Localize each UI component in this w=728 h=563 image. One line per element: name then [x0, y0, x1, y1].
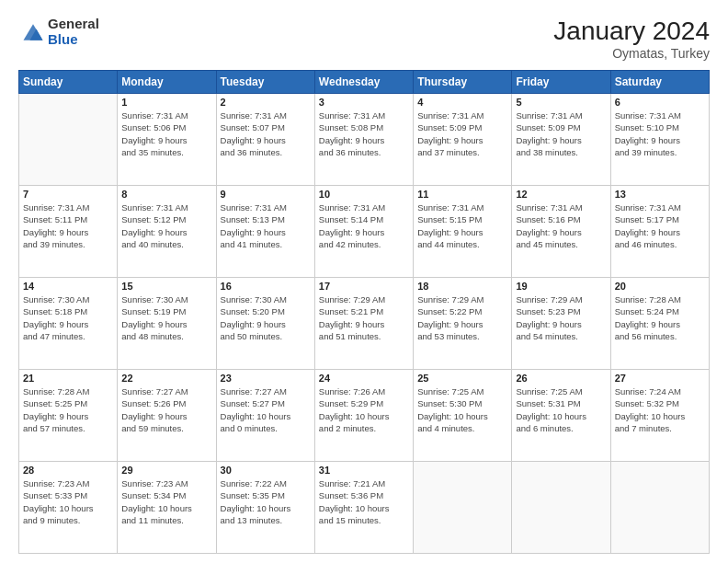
day-number: 23 — [221, 373, 311, 384]
day-number: 20 — [615, 281, 705, 292]
calendar-cell: 23Sunrise: 7:27 AM Sunset: 5:27 PM Dayli… — [216, 370, 314, 462]
calendar-cell: 19Sunrise: 7:29 AM Sunset: 5:23 PM Dayli… — [512, 278, 610, 370]
calendar-header-monday: Monday — [118, 71, 216, 94]
day-info: Sunrise: 7:30 AM Sunset: 5:19 PM Dayligh… — [121, 293, 211, 342]
calendar-cell: 7Sunrise: 7:31 AM Sunset: 5:11 PM Daylig… — [19, 186, 118, 278]
calendar-cell: 20Sunrise: 7:28 AM Sunset: 5:24 PM Dayli… — [610, 278, 709, 370]
day-number: 19 — [516, 281, 606, 292]
logo-icon — [20, 19, 46, 45]
day-info: Sunrise: 7:23 AM Sunset: 5:34 PM Dayligh… — [121, 477, 211, 526]
calendar-week-row: 14Sunrise: 7:30 AM Sunset: 5:18 PM Dayli… — [19, 278, 710, 370]
calendar-header-tuesday: Tuesday — [216, 71, 314, 94]
day-info: Sunrise: 7:31 AM Sunset: 5:07 PM Dayligh… — [221, 109, 311, 158]
calendar-cell: 4Sunrise: 7:31 AM Sunset: 5:09 PM Daylig… — [414, 94, 512, 186]
day-number: 5 — [516, 97, 606, 108]
calendar-cell: 13Sunrise: 7:31 AM Sunset: 5:17 PM Dayli… — [610, 186, 709, 278]
day-number: 9 — [221, 189, 311, 200]
calendar-cell: 15Sunrise: 7:30 AM Sunset: 5:19 PM Dayli… — [118, 278, 216, 370]
calendar-cell: 22Sunrise: 7:27 AM Sunset: 5:26 PM Dayli… — [118, 370, 216, 462]
day-info: Sunrise: 7:25 AM Sunset: 5:31 PM Dayligh… — [516, 385, 606, 434]
day-number: 22 — [121, 373, 211, 384]
day-info: Sunrise: 7:25 AM Sunset: 5:30 PM Dayligh… — [417, 385, 507, 434]
day-info: Sunrise: 7:31 AM Sunset: 5:09 PM Dayligh… — [417, 109, 507, 158]
day-number: 8 — [121, 189, 211, 200]
calendar-cell: 21Sunrise: 7:28 AM Sunset: 5:25 PM Dayli… — [19, 370, 118, 462]
calendar-cell: 16Sunrise: 7:30 AM Sunset: 5:20 PM Dayli… — [216, 278, 314, 370]
title-block: January 2024 Oymatas, Turkey — [553, 17, 710, 61]
calendar-cell: 2Sunrise: 7:31 AM Sunset: 5:07 PM Daylig… — [216, 94, 314, 186]
logo-text: General Blue — [48, 17, 99, 47]
day-info: Sunrise: 7:31 AM Sunset: 5:15 PM Dayligh… — [417, 201, 507, 250]
day-info: Sunrise: 7:31 AM Sunset: 5:06 PM Dayligh… — [121, 109, 211, 158]
calendar-week-row: 21Sunrise: 7:28 AM Sunset: 5:25 PM Dayli… — [19, 370, 710, 462]
calendar-cell: 24Sunrise: 7:26 AM Sunset: 5:29 PM Dayli… — [314, 370, 413, 462]
day-info: Sunrise: 7:31 AM Sunset: 5:10 PM Dayligh… — [615, 109, 705, 158]
calendar-cell: 14Sunrise: 7:30 AM Sunset: 5:18 PM Dayli… — [19, 278, 118, 370]
day-number: 14 — [23, 281, 113, 292]
calendar-cell: 26Sunrise: 7:25 AM Sunset: 5:31 PM Dayli… — [512, 370, 610, 462]
day-info: Sunrise: 7:27 AM Sunset: 5:26 PM Dayligh… — [121, 385, 211, 434]
calendar-week-row: 7Sunrise: 7:31 AM Sunset: 5:11 PM Daylig… — [19, 186, 710, 278]
calendar-header-saturday: Saturday — [610, 71, 709, 94]
day-info: Sunrise: 7:31 AM Sunset: 5:16 PM Dayligh… — [516, 201, 606, 250]
day-info: Sunrise: 7:30 AM Sunset: 5:20 PM Dayligh… — [221, 293, 311, 342]
day-number: 7 — [23, 189, 113, 200]
calendar-cell: 1Sunrise: 7:31 AM Sunset: 5:06 PM Daylig… — [118, 94, 216, 186]
calendar-table: SundayMondayTuesdayWednesdayThursdayFrid… — [18, 70, 710, 554]
day-info: Sunrise: 7:28 AM Sunset: 5:25 PM Dayligh… — [23, 385, 113, 434]
day-number: 28 — [23, 465, 113, 476]
calendar-week-row: 1Sunrise: 7:31 AM Sunset: 5:06 PM Daylig… — [19, 94, 710, 186]
calendar-header-thursday: Thursday — [414, 71, 512, 94]
calendar-cell: 30Sunrise: 7:22 AM Sunset: 5:35 PM Dayli… — [216, 462, 314, 554]
day-number: 16 — [221, 281, 311, 292]
day-info: Sunrise: 7:30 AM Sunset: 5:18 PM Dayligh… — [23, 293, 113, 342]
day-info: Sunrise: 7:31 AM Sunset: 5:13 PM Dayligh… — [221, 201, 311, 250]
calendar-cell: 27Sunrise: 7:24 AM Sunset: 5:32 PM Dayli… — [610, 370, 709, 462]
day-number: 13 — [615, 189, 705, 200]
day-info: Sunrise: 7:31 AM Sunset: 5:08 PM Dayligh… — [319, 109, 409, 158]
day-info: Sunrise: 7:31 AM Sunset: 5:12 PM Dayligh… — [121, 201, 211, 250]
day-info: Sunrise: 7:22 AM Sunset: 5:35 PM Dayligh… — [221, 477, 311, 526]
day-info: Sunrise: 7:24 AM Sunset: 5:32 PM Dayligh… — [615, 385, 705, 434]
day-number: 6 — [615, 97, 705, 108]
day-number: 10 — [319, 189, 409, 200]
calendar-cell: 12Sunrise: 7:31 AM Sunset: 5:16 PM Dayli… — [512, 186, 610, 278]
day-number: 15 — [121, 281, 211, 292]
day-number: 30 — [221, 465, 311, 476]
day-info: Sunrise: 7:31 AM Sunset: 5:17 PM Dayligh… — [615, 201, 705, 250]
day-info: Sunrise: 7:26 AM Sunset: 5:29 PM Dayligh… — [319, 385, 409, 434]
page: General Blue January 2024 Oymatas, Turke… — [0, 0, 728, 563]
day-number: 27 — [615, 373, 705, 384]
day-number: 25 — [417, 373, 507, 384]
calendar-header-row: SundayMondayTuesdayWednesdayThursdayFrid… — [19, 71, 710, 94]
day-number: 3 — [319, 97, 409, 108]
calendar-header-friday: Friday — [512, 71, 610, 94]
day-info: Sunrise: 7:31 AM Sunset: 5:09 PM Dayligh… — [516, 109, 606, 158]
calendar-header-sunday: Sunday — [19, 71, 118, 94]
main-title: January 2024 — [553, 17, 710, 46]
logo-general-text: General — [48, 17, 99, 32]
calendar-cell: 31Sunrise: 7:21 AM Sunset: 5:36 PM Dayli… — [314, 462, 413, 554]
day-number: 2 — [221, 97, 311, 108]
calendar-header-wednesday: Wednesday — [314, 71, 413, 94]
day-number: 18 — [417, 281, 507, 292]
calendar-cell: 17Sunrise: 7:29 AM Sunset: 5:21 PM Dayli… — [314, 278, 413, 370]
calendar-cell: 8Sunrise: 7:31 AM Sunset: 5:12 PM Daylig… — [118, 186, 216, 278]
day-number: 1 — [121, 97, 211, 108]
calendar-cell — [610, 462, 709, 554]
logo-blue-text: Blue — [48, 32, 99, 48]
day-info: Sunrise: 7:31 AM Sunset: 5:11 PM Dayligh… — [23, 201, 113, 250]
day-info: Sunrise: 7:29 AM Sunset: 5:21 PM Dayligh… — [319, 293, 409, 342]
calendar-cell: 11Sunrise: 7:31 AM Sunset: 5:15 PM Dayli… — [414, 186, 512, 278]
day-info: Sunrise: 7:23 AM Sunset: 5:33 PM Dayligh… — [23, 477, 113, 526]
calendar-cell: 29Sunrise: 7:23 AM Sunset: 5:34 PM Dayli… — [118, 462, 216, 554]
calendar-cell: 5Sunrise: 7:31 AM Sunset: 5:09 PM Daylig… — [512, 94, 610, 186]
day-number: 26 — [516, 373, 606, 384]
day-number: 29 — [121, 465, 211, 476]
calendar-cell: 18Sunrise: 7:29 AM Sunset: 5:22 PM Dayli… — [414, 278, 512, 370]
calendar-cell: 28Sunrise: 7:23 AM Sunset: 5:33 PM Dayli… — [19, 462, 118, 554]
calendar-cell: 6Sunrise: 7:31 AM Sunset: 5:10 PM Daylig… — [610, 94, 709, 186]
header: General Blue January 2024 Oymatas, Turke… — [18, 17, 710, 61]
day-info: Sunrise: 7:29 AM Sunset: 5:23 PM Dayligh… — [516, 293, 606, 342]
day-number: 31 — [319, 465, 409, 476]
